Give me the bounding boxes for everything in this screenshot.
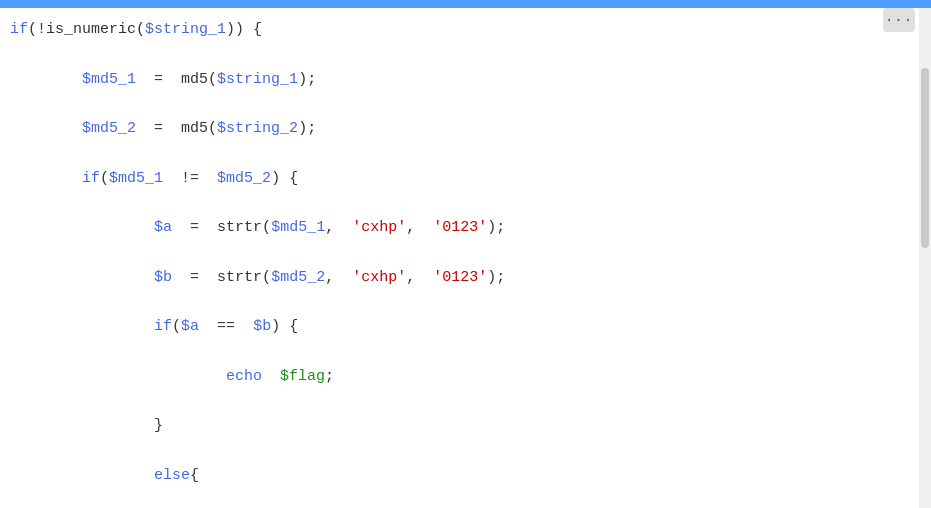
code-block: if(!is_numeric($string_1)) { $md5_1 = md… bbox=[10, 18, 919, 508]
scrollbar[interactable] bbox=[919, 8, 931, 508]
code-area: if(!is_numeric($string_1)) { $md5_1 = md… bbox=[0, 8, 931, 508]
scrollbar-thumb[interactable] bbox=[921, 68, 929, 248]
more-options-button[interactable]: ··· bbox=[883, 8, 915, 32]
editor-container: ··· if(!is_numeric($string_1)) { $md5_1 … bbox=[0, 0, 931, 508]
top-progress-bar bbox=[0, 0, 931, 8]
code-content: if(!is_numeric($string_1)) { $md5_1 = md… bbox=[0, 8, 919, 508]
